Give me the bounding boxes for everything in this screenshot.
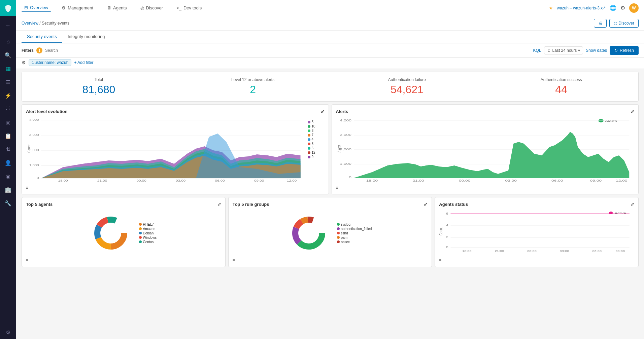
filter-settings-icon[interactable]: ⚙ bbox=[22, 60, 26, 65]
header-actions: 🖨 ◎ Discover bbox=[594, 19, 639, 28]
stat-total: Total 81,680 bbox=[22, 72, 176, 101]
svg-text:12:00: 12:00 bbox=[287, 179, 297, 182]
calendar-icon: 🗓 bbox=[547, 48, 551, 53]
expand-agents-status-icon[interactable]: ⤢ bbox=[630, 201, 634, 207]
sidebar-search[interactable]: 🔍 bbox=[0, 48, 16, 62]
search-input[interactable] bbox=[45, 48, 531, 53]
sidebar-dashboard[interactable]: ▦ bbox=[0, 62, 16, 75]
top5-agents-legend: RHEL7 Amazon Debian Windows Centos bbox=[139, 223, 157, 244]
expand-top5-rule-groups-icon[interactable]: ⤢ bbox=[423, 201, 428, 207]
sidebar-alert[interactable]: ⚡ bbox=[0, 89, 16, 102]
settings-icon[interactable]: ⚙ bbox=[620, 5, 625, 11]
expand-alert-evolution-icon[interactable]: ⤢ bbox=[320, 109, 325, 114]
chart-alerts: Alerts ⤢ Alerts 4,000 3,000 2,000 1,000 … bbox=[332, 104, 639, 194]
expand-top5-agents-icon[interactable]: ⤢ bbox=[217, 201, 221, 207]
star-icon: ★ bbox=[549, 6, 553, 10]
table-icon-3[interactable]: ≡ bbox=[26, 258, 28, 263]
nav-devtools-icon: >_ bbox=[176, 5, 181, 10]
filter-count-badge: 1 bbox=[36, 47, 42, 53]
main-area: ⊞ Overview ⚙ Management 🖥 Agents ◎ Disco… bbox=[16, 0, 644, 339]
globe-icon[interactable]: 🌐 bbox=[610, 5, 616, 11]
table-icon-1[interactable]: ≡ bbox=[26, 185, 28, 190]
sidebar-rules[interactable]: 📋 bbox=[0, 129, 16, 143]
stat-auth-success: Authentication success 44 bbox=[484, 72, 638, 101]
sidebar-events[interactable]: ☰ bbox=[0, 75, 16, 89]
time-picker[interactable]: 🗓 Last 24 hours ▾ bbox=[544, 46, 583, 54]
add-filter-button[interactable]: + Add filter bbox=[74, 60, 93, 65]
chart-title-alerts: Alerts ⤢ bbox=[336, 109, 635, 114]
svg-text:06:00: 06:00 bbox=[551, 179, 563, 182]
table-icon-2[interactable]: ≡ bbox=[336, 185, 338, 190]
svg-text:Alerts: Alerts bbox=[605, 119, 617, 122]
sidebar-back[interactable]: ← bbox=[0, 19, 16, 32]
app-logo[interactable] bbox=[0, 0, 16, 16]
svg-text:18:00: 18:00 bbox=[462, 250, 472, 253]
chart-footer-3: ≡ bbox=[26, 258, 221, 263]
show-dates-button[interactable]: Show dates bbox=[586, 48, 607, 53]
refresh-button[interactable]: ↻ Refresh bbox=[610, 46, 639, 55]
nav-devtools[interactable]: >_ Dev tools bbox=[174, 4, 204, 12]
chevron-icon: ▾ bbox=[578, 48, 580, 53]
svg-text:03:00: 03:00 bbox=[176, 179, 185, 182]
nav-management-icon: ⚙ bbox=[62, 5, 66, 10]
discover-button[interactable]: ◎ Discover bbox=[609, 19, 639, 28]
svg-text:Active: Active bbox=[615, 212, 626, 215]
svg-text:06:00: 06:00 bbox=[215, 179, 225, 182]
chart-footer-5: ≡ bbox=[439, 258, 634, 263]
chart-top5-agents: Top 5 agents ⤢ bbox=[22, 197, 226, 267]
filter-tags: ⚙ cluster.name: wazuh + Add filter bbox=[16, 58, 644, 69]
sidebar-circle[interactable]: ◉ bbox=[0, 170, 16, 183]
charts-row-2: Top 5 agents ⤢ bbox=[22, 197, 639, 267]
sidebar-building[interactable]: 🏢 bbox=[0, 183, 16, 196]
stats-row: Total 81,680 Level 12 or above alerts 2 … bbox=[22, 72, 639, 102]
breadcrumb-overview[interactable]: Overview bbox=[22, 21, 38, 26]
content-area: Overview / Security events 🖨 ◎ Discover … bbox=[16, 16, 644, 339]
sidebar-settings[interactable]: ⚙ bbox=[0, 326, 16, 339]
svg-text:3,000: 3,000 bbox=[29, 133, 39, 137]
stat-level12-label: Level 12 or above alerts bbox=[181, 77, 325, 82]
filter-tag-cluster[interactable]: cluster.name: wazuh bbox=[29, 59, 71, 66]
nav-overview[interactable]: ⊞ Overview bbox=[22, 4, 51, 12]
svg-text:09:00: 09:00 bbox=[254, 179, 264, 182]
tab-security-events[interactable]: Security events bbox=[22, 31, 62, 43]
alert-evolution-legend: 5 10 3 7 4 8 6 12 9 bbox=[308, 117, 325, 184]
sidebar-user[interactable]: 👤 bbox=[0, 156, 16, 170]
sidebar-security[interactable]: 🛡 bbox=[0, 102, 16, 116]
expand-alerts-icon[interactable]: ⤢ bbox=[630, 109, 634, 114]
stat-auth-failure-value: 54,621 bbox=[336, 83, 479, 96]
nav-right: ★ wazuh – wazuh-alerts-3.x-* 🌐 ⚙ W bbox=[549, 3, 639, 13]
sidebar-tools[interactable]: 🔧 bbox=[0, 196, 16, 210]
print-button[interactable]: 🖨 bbox=[594, 19, 607, 28]
index-pattern-label[interactable]: wazuh – wazuh-alerts-3.x-* bbox=[557, 6, 606, 10]
sidebar-home[interactable]: ⌂ bbox=[0, 35, 16, 48]
svg-text:Alerts: Alerts bbox=[337, 145, 342, 152]
sidebar-decoders[interactable]: ⇅ bbox=[0, 143, 16, 156]
svg-text:0: 0 bbox=[349, 175, 351, 179]
svg-text:21:00: 21:00 bbox=[412, 179, 424, 182]
svg-text:00:00: 00:00 bbox=[528, 250, 537, 253]
nav-discover[interactable]: ◎ Discover bbox=[138, 4, 166, 12]
sidebar: ← ⌂ 🔍 ▦ ☰ ⚡ 🛡 ◎ 📋 ⇅ 👤 ◉ 🏢 🔧 ⚙ bbox=[0, 0, 16, 339]
svg-text:0: 0 bbox=[37, 176, 39, 180]
nav-agents[interactable]: 🖥 Agents bbox=[104, 4, 129, 12]
table-icon-4[interactable]: ≡ bbox=[233, 258, 235, 263]
stat-auth-success-label: Authentication success bbox=[489, 77, 633, 82]
svg-text:4: 4 bbox=[446, 224, 448, 227]
chart-title-top5-agents: Top 5 agents ⤢ bbox=[26, 201, 221, 207]
page-tabs: Security events Integrity monitoring bbox=[16, 31, 644, 43]
nav-devtools-label: Dev tools bbox=[183, 5, 202, 10]
stat-level12: Level 12 or above alerts 2 bbox=[176, 72, 330, 101]
svg-text:09:00: 09:00 bbox=[590, 179, 601, 182]
time-range-label: Last 24 hours bbox=[552, 48, 577, 53]
svg-text:09:00: 09:00 bbox=[616, 250, 625, 253]
kql-button[interactable]: KQL bbox=[533, 48, 541, 53]
table-icon-5[interactable]: ≡ bbox=[439, 258, 441, 263]
nav-management[interactable]: ⚙ Management bbox=[59, 4, 96, 12]
tab-integrity-monitoring[interactable]: Integrity monitoring bbox=[62, 31, 110, 43]
user-avatar[interactable]: W bbox=[629, 3, 639, 13]
stat-auth-failure-label: Authentication failure bbox=[336, 77, 479, 82]
stat-level12-value: 2 bbox=[181, 83, 325, 96]
sidebar-integrations[interactable]: ◎ bbox=[0, 116, 16, 129]
svg-point-49 bbox=[301, 226, 316, 240]
nav-overview-label: Overview bbox=[30, 5, 48, 10]
